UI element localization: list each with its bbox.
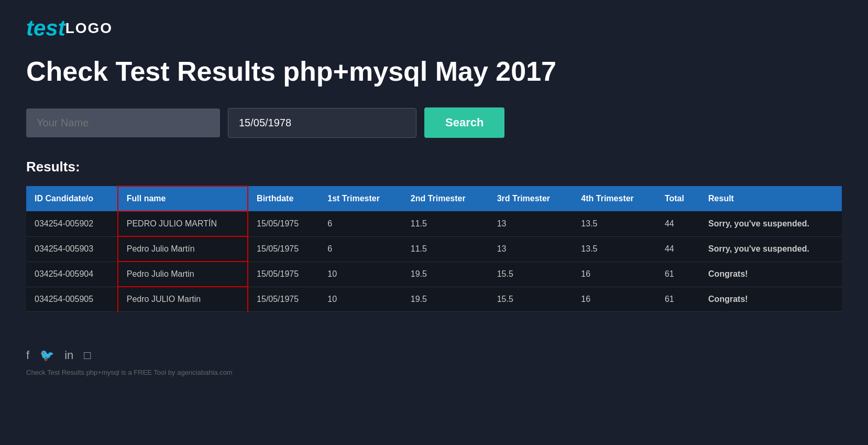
col-header-total: Total: [656, 186, 700, 211]
col-header-birthdate: Birthdate: [248, 186, 319, 211]
cell-total: 44: [656, 211, 700, 236]
cell-birthdate: 15/05/1975: [248, 211, 319, 236]
cell-t1: 10: [319, 262, 402, 287]
cell-id: 034254-005904: [26, 262, 118, 287]
cell-t3: 15.5: [489, 287, 573, 312]
table-header-row: ID Candidate/o Full name Birthdate 1st T…: [26, 186, 842, 211]
results-table: ID Candidate/o Full name Birthdate 1st T…: [26, 186, 842, 312]
cell-id: 034254-005902: [26, 211, 118, 236]
search-form: Search: [26, 107, 842, 138]
logo: test LOGO: [26, 16, 842, 41]
table-row: 034254-005905 Pedro JULIO Martin 15/05/1…: [26, 287, 842, 312]
cell-t3: 13: [489, 236, 573, 262]
cell-total: 61: [656, 287, 700, 312]
cell-t2: 19.5: [402, 287, 489, 312]
name-input[interactable]: [26, 108, 220, 137]
cell-id: 034254-005903: [26, 236, 118, 262]
cell-fullname: Pedro JULIO Martin: [118, 287, 248, 312]
col-header-fullname: Full name: [118, 186, 248, 211]
logo-logo-part: LOGO: [65, 20, 113, 37]
col-header-t3: 3rd Trimester: [489, 186, 573, 211]
cell-t3: 15.5: [489, 262, 573, 287]
cell-t3: 13: [489, 211, 573, 236]
cell-id: 034254-005905: [26, 287, 118, 312]
cell-t4: 16: [573, 262, 656, 287]
cell-fullname: Pedro Julio Martin: [118, 262, 248, 287]
cell-birthdate: 15/05/1975: [248, 236, 319, 262]
cell-t2: 19.5: [402, 262, 489, 287]
col-header-id: ID Candidate/o: [26, 186, 118, 211]
col-header-result: Result: [700, 186, 842, 211]
cell-result: Congrats!: [700, 262, 842, 287]
social-icons: f 🐦 in □: [26, 349, 842, 362]
footer-text: Check Test Results php+mysql is a FREE T…: [26, 368, 842, 376]
cell-t1: 10: [319, 287, 402, 312]
cell-t2: 11.5: [402, 236, 489, 262]
instagram-icon[interactable]: □: [84, 349, 91, 362]
cell-total: 61: [656, 262, 700, 287]
cell-birthdate: 15/05/1975: [248, 262, 319, 287]
cell-t1: 6: [319, 236, 402, 262]
linkedin-icon[interactable]: in: [64, 349, 73, 362]
table-row: 034254-005904 Pedro Julio Martin 15/05/1…: [26, 262, 842, 287]
cell-t4: 13.5: [573, 211, 656, 236]
footer: f 🐦 in □ Check Test Results php+mysql is…: [26, 338, 842, 376]
cell-t4: 16: [573, 287, 656, 312]
date-input[interactable]: [228, 108, 416, 138]
logo-test-part: test: [26, 16, 65, 41]
cell-total: 44: [656, 236, 700, 262]
col-header-t1: 1st Trimester: [319, 186, 402, 211]
search-button[interactable]: Search: [424, 107, 504, 138]
table-row: 034254-005903 Pedro Julio Martín 15/05/1…: [26, 236, 842, 262]
cell-result: Sorry, you've suspended.: [700, 236, 842, 262]
twitter-icon[interactable]: 🐦: [40, 349, 54, 362]
col-header-t2: 2nd Trimester: [402, 186, 489, 211]
cell-t4: 13.5: [573, 236, 656, 262]
cell-t2: 11.5: [402, 211, 489, 236]
results-label: Results:: [26, 159, 842, 175]
cell-birthdate: 15/05/1975: [248, 287, 319, 312]
cell-result: Sorry, you've suspended.: [700, 211, 842, 236]
facebook-icon[interactable]: f: [26, 349, 29, 362]
table-row: 034254-005902 PEDRO JULIO MARTÍN 15/05/1…: [26, 211, 842, 236]
page-title: Check Test Results php+mysql May 2017: [26, 57, 842, 86]
cell-fullname: PEDRO JULIO MARTÍN: [118, 211, 248, 236]
col-header-t4: 4th Trimester: [573, 186, 656, 211]
cell-result: Congrats!: [700, 287, 842, 312]
cell-fullname: Pedro Julio Martín: [118, 236, 248, 262]
cell-t1: 6: [319, 211, 402, 236]
